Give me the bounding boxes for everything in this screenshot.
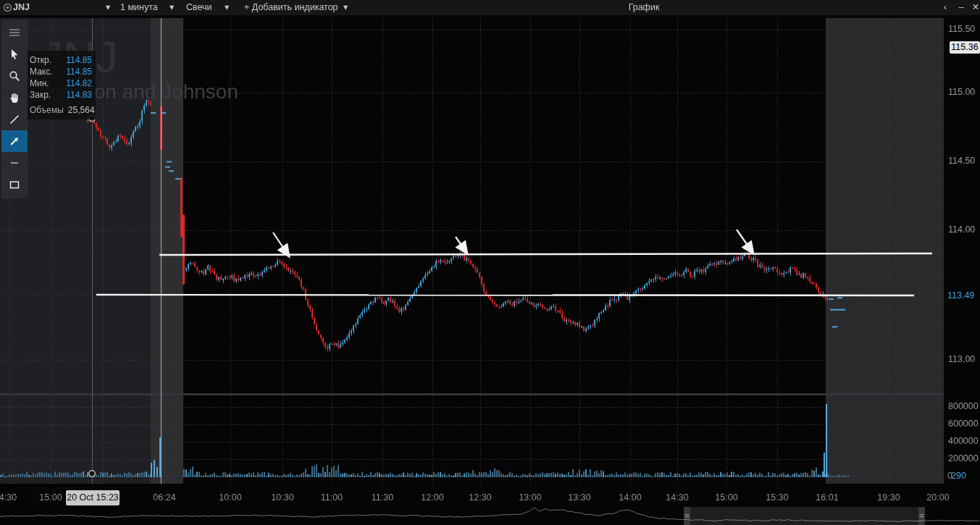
minimap-scrollbar[interactable]: = = — [0, 507, 980, 525]
cursor-icon — [9, 49, 20, 60]
time-axis-label: 12:00 — [421, 492, 443, 503]
last-price-label: 115.36 — [950, 41, 980, 54]
legend-label: Объемы — [30, 104, 64, 116]
time-axis-label: 14:00 — [619, 492, 641, 503]
titlebar: JNJ ▾ 1 минута ▾ Свечи ▾ + Добавить инди… — [0, 0, 980, 15]
time-axis-label: 13:00 — [519, 492, 541, 503]
trend-icon — [9, 135, 20, 147]
chevron-down-icon: ▾ — [169, 0, 174, 15]
legend-value: 114.82 — [66, 77, 92, 89]
time-axis-label: 12:30 — [469, 492, 491, 503]
close-window-button[interactable]: ✕ — [971, 0, 980, 15]
legend-value: 114.83 — [66, 89, 92, 101]
hand-icon — [9, 92, 20, 104]
crosshair-time-tooltip: 20 Oct 15:23 — [66, 490, 120, 505]
time-axis-label: 11:00 — [321, 492, 343, 503]
drawing-toolbar — [1, 20, 28, 198]
price-axis-label: 115.00 — [948, 87, 975, 97]
time-axis-label: 15:00 — [39, 492, 62, 503]
legend-label: Закр. — [30, 89, 51, 101]
chevron-down-icon: ▾ — [343, 0, 348, 15]
time-axis-label: 14:30 — [666, 492, 688, 503]
price-axis-label: 600000 — [948, 419, 979, 429]
tool-zoom[interactable] — [1, 65, 28, 87]
legend-row: Мин.114.82 — [30, 77, 92, 89]
legend-row: Макс.114.85 — [30, 66, 92, 77]
legend-value: 25,564 — [68, 104, 95, 116]
legend-row: Закр.114.83 — [30, 89, 92, 101]
tool-trend-arrow[interactable] — [1, 130, 28, 152]
price-axis-label: 113.00 — [948, 354, 975, 364]
legend-label: Откр. — [30, 54, 51, 66]
collapse-window-button[interactable]: ‹ — [940, 0, 950, 15]
legend-value: 114.85 — [66, 66, 92, 77]
menu-icon — [8, 28, 21, 37]
add-indicator-button[interactable]: + Добавить индикатор — [244, 0, 338, 15]
tool-pan[interactable] — [1, 87, 28, 109]
time-axis-label: 15:30 — [766, 492, 788, 503]
time-axis-label: 4:30 — [0, 492, 17, 503]
app-logo-icon — [3, 3, 12, 12]
tool-rectangle[interactable] — [1, 174, 28, 196]
time-axis-label: 11:30 — [372, 492, 393, 503]
legend-volume-row: Объемы25,564 — [30, 104, 92, 116]
symbol-selector[interactable]: JNJ — [13, 0, 30, 15]
price-axis-label: 114.00 — [948, 224, 975, 235]
zoom-icon — [9, 70, 20, 82]
time-axis-label: 13:30 — [568, 492, 590, 503]
chevron-down-icon: ▾ — [225, 0, 229, 15]
chevron-down-icon: ▾ — [106, 0, 110, 15]
tool-cursor[interactable] — [1, 43, 28, 65]
ohlc-legend: Откр.114.85Макс.114.85Мин.114.82Закр.114… — [26, 51, 96, 119]
window-title: График — [629, 0, 660, 15]
current-volume-label: 290 — [951, 471, 966, 481]
legend-label: Мин. — [30, 77, 49, 89]
current-price-label: 113.49 — [947, 290, 974, 301]
timeframe-selector[interactable]: 1 минута — [120, 0, 158, 15]
trading-chart-window: JNJ ▾ 1 минута ▾ Свечи ▾ + Добавить инди… — [0, 0, 980, 525]
rect-icon — [9, 179, 20, 190]
time-axis-label: 06:24 — [153, 492, 175, 503]
minimap-window[interactable]: = = — [684, 507, 925, 525]
price-axis-label: 800000 — [948, 401, 979, 411]
minimap-left-grip[interactable]: = — [684, 507, 690, 525]
toolbar-menu[interactable] — [1, 22, 28, 43]
price-axis-label: 115.50 — [948, 24, 975, 34]
time-axis-label: 10:30 — [271, 492, 293, 503]
tool-line[interactable] — [1, 109, 28, 130]
segment-icon — [9, 114, 20, 125]
time-axis-label: 10:00 — [219, 492, 241, 503]
minimap-right-grip[interactable]: = — [918, 507, 925, 525]
time-axis-label: 16:01 — [816, 492, 838, 503]
time-axis-label: 15:00 — [715, 492, 737, 503]
time-axis-label: 19:30 — [877, 492, 900, 503]
chart-style-selector[interactable]: Свечи — [186, 0, 212, 15]
price-chart-canvas[interactable] — [0, 0, 980, 525]
hline-icon — [9, 157, 20, 169]
price-axis-label: 114.50 — [948, 156, 975, 166]
time-axis-label: 20:00 — [926, 492, 949, 503]
price-axis-label: 400000 — [948, 436, 979, 446]
tool-horizontal-line[interactable] — [1, 152, 28, 174]
legend-value: 114.85 — [66, 54, 92, 66]
app-icon[interactable] — [3, 0, 13, 15]
legend-label: Макс. — [30, 66, 53, 77]
price-axis-label: 200000 — [948, 453, 979, 463]
minimize-window-button[interactable]: – — [956, 0, 966, 15]
legend-row: Откр.114.85 — [30, 54, 92, 66]
